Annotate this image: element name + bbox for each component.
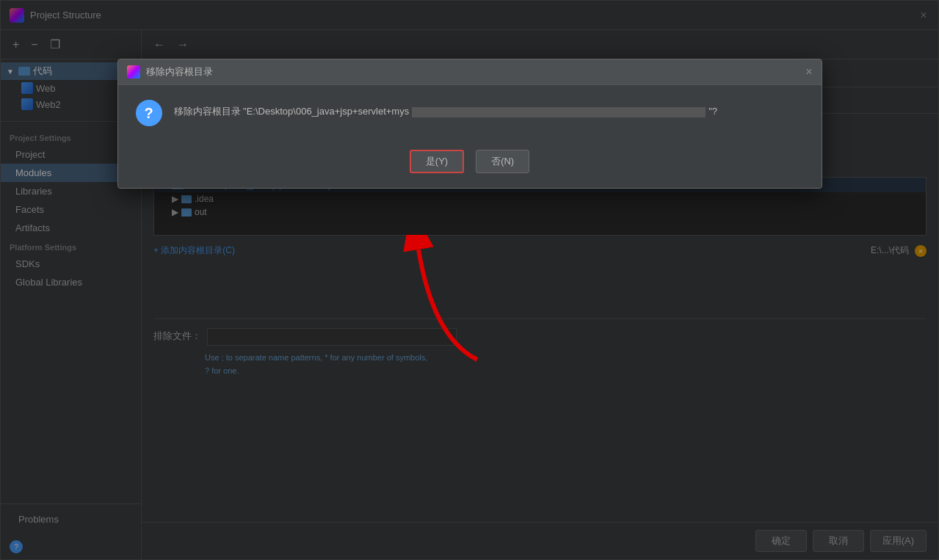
dialog-buttons: 是(Y) 否(N) <box>118 141 822 188</box>
dialog-yes-button[interactable]: 是(Y) <box>410 150 464 173</box>
dialog-overlay: 移除内容根目录 × ? 移除内容根目录 "E:\Desktop\006_java… <box>0 0 939 560</box>
remove-content-root-dialog: 移除内容根目录 × ? 移除内容根目录 "E:\Desktop\006_java… <box>117 59 822 189</box>
main-window: Project Structure × + − ❐ ▼ 代码 <box>0 0 939 560</box>
dialog-message: 移除内容根目录 "E:\Desktop\006_java+jsp+servlet… <box>174 100 804 119</box>
dialog-body: ? 移除内容根目录 "E:\Desktop\006_java+jsp+servl… <box>118 85 822 141</box>
dialog-no-button[interactable]: 否(N) <box>476 150 529 173</box>
dialog-message-prefix: 移除内容根目录 "E:\Desktop\006_java+jsp+servlet… <box>174 106 410 117</box>
arrow-annotation <box>389 235 507 369</box>
dialog-title-content: 移除内容根目录 <box>127 65 213 79</box>
dialog-title-bar: 移除内容根目录 × <box>118 59 822 85</box>
dialog-app-icon <box>127 65 140 79</box>
dialog-message-redacted <box>412 107 706 117</box>
dialog-close-button[interactable]: × <box>805 65 812 79</box>
dialog-message-suffix: "? <box>708 106 717 117</box>
dialog-title: 移除内容根目录 <box>146 65 213 79</box>
question-icon: ? <box>136 100 162 126</box>
